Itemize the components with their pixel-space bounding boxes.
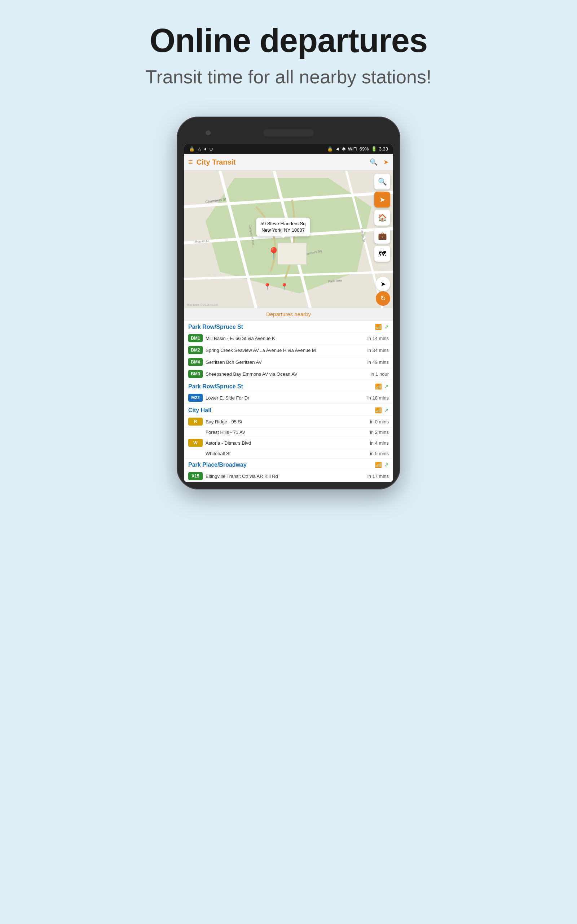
route-desc-m22: Lower E. Side Fdr Dr [206, 395, 364, 401]
station-header-2: Park Row/Spruce St 📶 ↗ [184, 380, 393, 392]
route-desc-r: Bay Ridge - 95 St [206, 419, 367, 425]
page-title: Online departures [150, 22, 427, 60]
departures-list: Park Row/Spruce St 📶 ↗ BM1 Mill Basin - … [184, 320, 393, 482]
status-left: 🔒 △ ♦ ψ [189, 146, 213, 152]
station-section-3: City Hall 📶 ↗ R Bay Ridge - 95 St in 0 m… [184, 404, 393, 459]
status-diamond-icon: ♦ [204, 146, 206, 152]
search-map-button[interactable]: 🔍 [374, 174, 390, 189]
station-header-3: City Hall 📶 ↗ [184, 404, 393, 415]
route-time-fh: in 2 mins [370, 430, 389, 435]
status-battery-text: 69% [359, 146, 369, 152]
status-lock-icon: 🔒 [189, 146, 195, 152]
station-name-2: Park Row/Spruce St [188, 383, 243, 390]
route-time-m22: in 18 mins [367, 395, 389, 401]
status-nav-icon: ◄ [335, 146, 340, 152]
app-title: City Transit [197, 158, 366, 166]
phone-camera [206, 130, 211, 135]
station-icons-1: 📶 ↗ [375, 324, 389, 330]
menu-icon[interactable]: ≡ [188, 157, 193, 167]
transit-map-button[interactable]: 🗺 [374, 246, 390, 262]
table-row: W Astoria - Ditmars Blvd in 4 mins [184, 437, 393, 449]
status-lock2-icon: 🔒 [327, 146, 333, 152]
route-time-ws: in 5 mins [370, 451, 389, 456]
route-desc-bm2: Spring Creek Seaview AV...a Avenue H via… [206, 347, 364, 353]
external-link-icon-4[interactable]: ↗ [384, 462, 389, 468]
route-desc-bm3: Sheepshead Bay Emmons AV via Ocean AV [206, 372, 367, 377]
refresh-button[interactable]: ↻ [376, 291, 390, 306]
route-time-r: in 0 mins [370, 419, 389, 425]
page-subtitle: Transit time for all nearby stations! [146, 66, 432, 88]
popup-address-line1: 59 Steve Flanders Sq [261, 221, 306, 227]
work-map-button[interactable]: 💼 [374, 228, 390, 244]
navigate-button[interactable]: ➤ [384, 158, 389, 166]
status-wifi-icon: WiFi [348, 146, 357, 152]
route-time-bm4: in 49 mins [367, 360, 389, 365]
external-link-icon-1[interactable]: ↗ [384, 324, 389, 330]
station-section-4: Park Place/Broadway 📶 ↗ X15 Eltingville … [184, 459, 393, 482]
wifi-icon-3: 📶 [375, 407, 382, 414]
table-row: BM2 Spring Creek Seaview AV...a Avenue H… [184, 344, 393, 356]
status-time: 3:33 [379, 146, 388, 152]
status-bluetooth-icon: ✱ [342, 146, 346, 152]
station-name-1: Park Row/Spruce St [188, 324, 243, 330]
route-time-bm2: in 34 mins [367, 347, 389, 353]
app-header: ≡ City Transit 🔍 ➤ [184, 154, 393, 171]
station-icons-2: 📶 ↗ [375, 383, 389, 390]
map-area: Chambers St Murray St Canyon of Her... S… [184, 171, 393, 308]
map-buttons: 🔍 ➤ 🏠 💼 🗺 [374, 174, 390, 262]
route-badge-m22: M22 [188, 394, 203, 402]
route-desc-ws: Whitehall St [206, 451, 367, 456]
route-time-bm3: in 1 hour [371, 372, 389, 377]
route-badge-bm4: BM4 [188, 358, 203, 366]
table-row: M22 Lower E. Side Fdr Dr in 18 mins [184, 392, 393, 404]
status-usb-icon: ψ [210, 146, 213, 152]
route-time-w: in 4 mins [370, 440, 389, 446]
table-row: BM3 Sheepshead Bay Emmons AV via Ocean A… [184, 368, 393, 380]
status-warning-icon: △ [198, 146, 201, 152]
svg-text:Map Data © 2018 HERE: Map Data © 2018 HERE [187, 303, 218, 307]
station-section-2: Park Row/Spruce St 📶 ↗ M22 Lower E. Side… [184, 380, 393, 404]
table-row: Whitehall St in 5 mins [184, 449, 393, 458]
status-bar: 🔒 △ ♦ ψ 🔒 ◄ ✱ WiFi 69% 🔋 3:33 [184, 144, 393, 154]
phone-speaker [263, 129, 314, 136]
station-icons-4: 📶 ↗ [375, 462, 389, 468]
navigate-map-button[interactable]: ➤ [374, 192, 390, 208]
table-row: Forest Hills - 71 AV in 2 mins [184, 427, 393, 437]
status-battery-icon: 🔋 [371, 146, 377, 152]
phone-top-bar [184, 124, 393, 142]
table-row: BM1 Mill Basin - E. 66 St via Avenue K i… [184, 332, 393, 344]
status-right: 🔒 ◄ ✱ WiFi 69% 🔋 3:33 [327, 146, 388, 152]
table-row: BM4 Gerritsen Bch Gerritsen AV in 49 min… [184, 356, 393, 368]
station-icons-3: 📶 ↗ [375, 407, 389, 414]
map-svg: Chambers St Murray St Canyon of Her... S… [184, 171, 393, 308]
compass-button[interactable]: ➤ [376, 277, 390, 291]
home-map-button[interactable]: 🏠 [374, 210, 390, 226]
external-link-icon-2[interactable]: ↗ [384, 383, 389, 390]
station-section-1: Park Row/Spruce St 📶 ↗ BM1 Mill Basin - … [184, 320, 393, 380]
route-desc-bm4: Gerritsen Bch Gerritsen AV [206, 360, 364, 365]
departures-bar: Departures nearby [184, 308, 393, 320]
wifi-icon-4: 📶 [375, 462, 382, 468]
map-location-popup: 59 Steve Flanders Sq New York, NY 10007 [256, 218, 310, 236]
station-header-4: Park Place/Broadway 📶 ↗ [184, 459, 393, 470]
route-badge-r: R [188, 418, 203, 426]
location-pin: 📍 [266, 247, 281, 260]
station-name-3: City Hall [188, 407, 211, 414]
svg-rect-14 [278, 243, 306, 265]
route-badge-bm2: BM2 [188, 346, 203, 354]
wifi-icon-2: 📶 [375, 383, 382, 390]
route-badge-x15: X15 [188, 472, 203, 480]
stop-pin-2: 📍 [280, 283, 288, 291]
route-desc-bm1: Mill Basin - E. 66 St via Avenue K [206, 336, 364, 341]
route-desc-x15: Eltingville Transit Ctr via AR Kill Rd [206, 473, 364, 479]
station-name-4: Park Place/Broadway [188, 462, 247, 468]
route-badge-w: W [188, 439, 203, 447]
route-badge-bm3: BM3 [188, 370, 203, 378]
station-header-1: Park Row/Spruce St 📶 ↗ [184, 320, 393, 332]
table-row: R Bay Ridge - 95 St in 0 mins [184, 415, 393, 427]
phone-frame: 🔒 △ ♦ ψ 🔒 ◄ ✱ WiFi 69% 🔋 3:33 ≡ City Tra… [177, 116, 400, 489]
popup-address-line2: New York, NY 10007 [261, 227, 306, 234]
wifi-icon-1: 📶 [375, 324, 382, 330]
external-link-icon-3[interactable]: ↗ [384, 407, 389, 414]
search-button[interactable]: 🔍 [370, 158, 377, 166]
